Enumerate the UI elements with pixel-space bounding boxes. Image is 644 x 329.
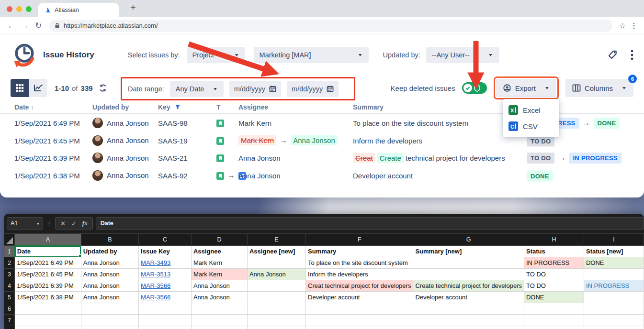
cell-C8[interactable] <box>139 326 192 329</box>
cell-F6[interactable] <box>306 303 413 315</box>
cell-issue-key[interactable]: SAAS-21 <box>158 154 188 162</box>
row-number[interactable]: 3 <box>4 269 15 280</box>
cell-H1[interactable]: Status <box>524 246 584 257</box>
cell-B1[interactable]: Updated by <box>81 246 138 257</box>
cell-F7[interactable] <box>306 315 413 326</box>
cell-B3[interactable]: Anna Jonson <box>81 269 138 280</box>
columns-button[interactable]: Columns ▼ <box>565 79 633 97</box>
row-number[interactable]: 2 <box>4 257 15 269</box>
keep-deleted-toggle[interactable] <box>462 82 487 94</box>
cell-I5[interactable] <box>584 292 644 303</box>
cell-F4[interactable]: Creat technical project for developers <box>306 280 413 292</box>
cell-H5[interactable]: DONE <box>524 292 584 303</box>
column-header-assignee[interactable]: Assignee <box>238 103 268 111</box>
issue-key-link[interactable]: MAR-3566 <box>141 282 170 289</box>
app-menu-kebab-icon[interactable] <box>631 49 633 61</box>
cell-D4[interactable]: Anna Jonson <box>191 280 247 292</box>
cell-F8[interactable] <box>306 326 413 329</box>
cell-I2[interactable]: DONE <box>584 257 644 269</box>
export-menu-item-excel[interactable]: XExcel <box>503 102 559 118</box>
column-header-summary[interactable]: Summary <box>353 103 384 111</box>
select-all-corner[interactable] <box>4 234 15 246</box>
tag-icon[interactable] <box>607 49 618 61</box>
cell-A5[interactable]: 1/Sep/2021 6:38 PM <box>15 292 81 303</box>
column-header-key[interactable]: Key <box>158 103 181 111</box>
row-number[interactable]: 7 <box>4 315 15 326</box>
chart-view-button[interactable] <box>29 79 47 97</box>
column-header-date[interactable]: Date↑ <box>14 103 34 111</box>
select-by-dropdown[interactable]: Project ▼ <box>187 47 245 63</box>
cell-D3[interactable]: Mark Kern <box>191 269 247 280</box>
column-header-B[interactable]: B <box>81 234 138 246</box>
cell-issue-key[interactable]: SAAS-98 <box>158 119 188 127</box>
cell-H8[interactable] <box>524 326 584 329</box>
back-button[interactable]: ← <box>5 21 18 31</box>
browser-tab[interactable]: Atlassian <box>38 3 119 17</box>
cell-A6[interactable] <box>15 303 81 315</box>
bookmark-star-icon[interactable]: ☆ <box>616 21 629 30</box>
issue-key-link[interactable]: MAR-3513 <box>141 271 170 278</box>
cell-C5[interactable]: MAR-3566 <box>139 292 192 303</box>
cell-B4[interactable]: Anna Jonson <box>81 280 138 292</box>
cell-E7[interactable] <box>247 315 305 326</box>
cell-F5[interactable]: Developer account <box>306 292 413 303</box>
minimize-window-button[interactable] <box>16 6 22 12</box>
cell-H4[interactable]: TO DO <box>524 280 584 292</box>
date-to-input[interactable]: m/dd/yyyy <box>287 81 339 97</box>
cell-G6[interactable] <box>413 303 524 315</box>
cell-G3[interactable] <box>413 269 524 280</box>
cell-F3[interactable]: Inform the developers <box>306 269 413 280</box>
cell-H6[interactable] <box>524 303 584 315</box>
cell-E8[interactable] <box>247 326 305 329</box>
reload-button[interactable]: ↻ <box>32 21 45 31</box>
row-number[interactable]: 5 <box>4 292 15 303</box>
cell-B5[interactable]: Anna Jonson <box>81 292 138 303</box>
cancel-formula-icon[interactable]: ✕ <box>60 220 66 227</box>
cell-B6[interactable] <box>81 303 138 315</box>
table-row[interactable]: 1/Sep/2021 6:38 PMAnna JonsonSAAS-92→Ann… <box>0 167 644 185</box>
cell-D1[interactable]: Assignee <box>191 246 247 257</box>
cell-issue-key[interactable]: SAAS-19 <box>158 136 188 144</box>
date-range-dropdown[interactable]: Any Date ▼ <box>170 81 224 97</box>
column-header-G[interactable]: G <box>413 234 524 246</box>
cell-H7[interactable] <box>524 315 584 326</box>
cell-A3[interactable]: 1/Sep/2021 6:45 PM <box>15 269 81 280</box>
column-header-C[interactable]: C <box>139 234 192 246</box>
cell-A4[interactable]: 1/Sep/2021 6:39 PM <box>15 280 81 292</box>
cell-F2[interactable]: To place on the site discount system <box>306 257 413 269</box>
cell-G2[interactable] <box>413 257 524 269</box>
grid-view-button[interactable] <box>11 79 29 97</box>
column-header-D[interactable]: D <box>191 234 247 246</box>
column-header-H[interactable]: H <box>524 234 584 246</box>
cell-A2[interactable]: 1/Sep/2021 6:49 PM <box>15 257 81 269</box>
cell-B7[interactable] <box>81 315 138 326</box>
cell-I6[interactable] <box>584 303 644 315</box>
issue-key-link[interactable]: MAR-3493 <box>141 259 170 266</box>
column-header-E[interactable]: E <box>247 234 305 246</box>
cell-D7[interactable] <box>191 315 247 326</box>
cell-A8[interactable] <box>15 326 81 329</box>
close-window-button[interactable] <box>7 6 12 12</box>
cell-I1[interactable]: Status [new] <box>584 246 644 257</box>
cell-D2[interactable]: Mark Kern <box>191 257 247 269</box>
cell-D5[interactable]: Anna Jonson <box>191 292 247 303</box>
column-header-A[interactable]: A <box>15 234 81 246</box>
enter-formula-icon[interactable]: ✓ <box>71 220 77 227</box>
cell-H2[interactable]: IN PROGRESS <box>524 257 584 269</box>
row-number[interactable]: 8 <box>4 326 15 329</box>
cell-issue-key[interactable]: SAAS-92 <box>158 171 188 179</box>
cell-B2[interactable]: Anna Jonson <box>81 257 138 269</box>
export-menu-item-csv[interactable]: CCSV <box>503 118 559 134</box>
forward-button[interactable]: → <box>18 21 32 31</box>
cell-C6[interactable] <box>139 303 192 315</box>
cell-I8[interactable] <box>584 326 644 329</box>
cell-E3[interactable]: Anna Jonson <box>247 269 305 280</box>
insert-function-icon[interactable]: fx <box>82 219 88 227</box>
cell-C3[interactable]: MAR-3513 <box>139 269 192 280</box>
cell-E5[interactable] <box>247 292 305 303</box>
new-tab-button[interactable]: + <box>130 2 136 17</box>
address-bar[interactable]: https://marketplace.atlassian.com/ <box>49 20 612 32</box>
cell-A1[interactable]: Date <box>15 246 81 257</box>
row-number[interactable]: 1 <box>4 246 15 257</box>
cell-G5[interactable]: Developer account <box>413 292 524 303</box>
